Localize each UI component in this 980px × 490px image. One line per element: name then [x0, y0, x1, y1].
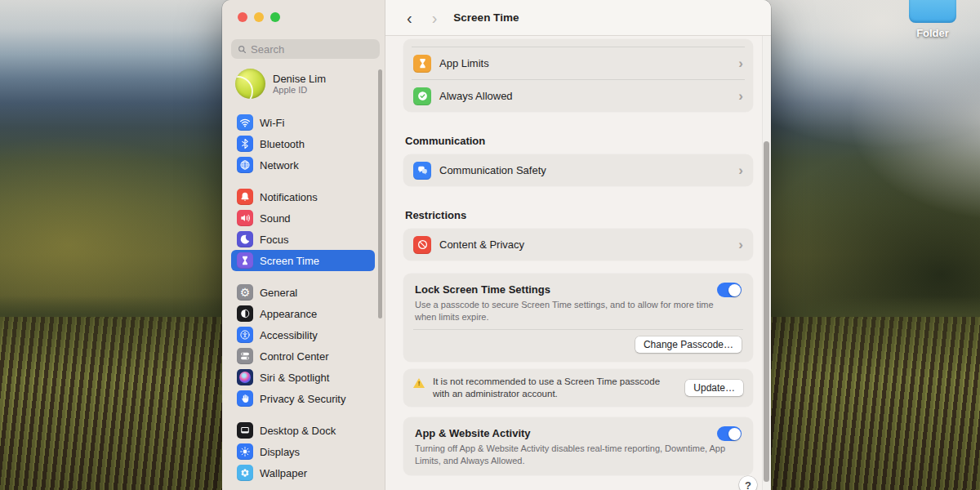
warning-text: It is not recommended to use a Screen Ti… — [433, 376, 677, 400]
sidebar-item-label: General — [260, 287, 297, 299]
sidebar-item-label: Bluetooth — [260, 138, 305, 150]
chevron-right-icon: › — [738, 56, 743, 70]
bell-icon — [237, 189, 253, 205]
sidebar-item-label: Desktop & Dock — [260, 425, 336, 437]
gear-icon: ⚙ — [237, 284, 253, 301]
desktop-folder-icon[interactable] — [909, 0, 956, 23]
app-website-activity-card: App & Website Activity Turning off App &… — [403, 417, 753, 475]
sidebar-item-label: Screen Time — [260, 255, 319, 267]
help-button[interactable]: ? — [739, 476, 757, 490]
section-header-restrictions: Restrictions — [405, 209, 751, 221]
sidebar-item-displays[interactable]: Displays — [231, 441, 375, 462]
search-input[interactable] — [251, 43, 374, 56]
sidebar-item-label: Notifications — [260, 191, 318, 203]
search-icon — [237, 44, 247, 55]
account-subtitle: Apple ID — [273, 85, 326, 96]
hourglass-icon — [237, 252, 253, 269]
card-divider — [413, 329, 743, 330]
minimize-button[interactable] — [254, 12, 264, 22]
lock-screen-time-description: Use a passcode to secure Screen Time set… — [415, 299, 729, 323]
section-header-communication: Communication — [405, 135, 751, 147]
app-website-activity-toggle[interactable] — [717, 426, 742, 441]
content-scroll-area: App Limits›Always Allowed› Communication… — [385, 0, 771, 490]
sidebar-item-network[interactable]: Network — [231, 154, 375, 176]
lock-screen-time-title: Lock Screen Time Settings — [415, 283, 550, 296]
globe-icon — [237, 157, 253, 173]
sidebar-item-label: Network — [260, 159, 299, 172]
change-passcode-button[interactable]: Change Passcode… — [635, 336, 742, 353]
settings-row-app-limits[interactable]: App Limits› — [403, 47, 753, 79]
lock-screen-time-toggle[interactable] — [717, 283, 742, 297]
moon-icon — [237, 231, 253, 247]
sidebar-group: Wi-FiBluetoothNetwork — [231, 112, 380, 176]
window-controls — [238, 12, 280, 22]
sidebar-item-general[interactable]: ⚙General — [231, 282, 375, 303]
passcode-warning-card: ! It is not recommended to use a Screen … — [403, 369, 753, 407]
search-field[interactable] — [231, 39, 380, 59]
control-center-icon — [237, 348, 253, 364]
screen-time-options-card: App Limits›Always Allowed› — [403, 39, 753, 112]
sidebar-item-wi-fi[interactable]: Wi-Fi — [231, 112, 375, 133]
settings-row-content-privacy[interactable]: Content & Privacy› — [403, 229, 753, 261]
hand-icon — [237, 390, 253, 407]
row-label: Communication Safety — [439, 164, 546, 176]
page-title: Screen Time — [453, 11, 519, 24]
sidebar-item-appearance[interactable]: Appearance — [231, 303, 375, 324]
chevron-right-icon: › — [738, 163, 743, 177]
avatar — [235, 69, 265, 99]
section-card-restrictions: Content & Privacy› — [403, 229, 753, 261]
warning-icon: ! — [413, 378, 425, 388]
settings-content: ‹ › Screen Time App Limits›Always Allowe… — [385, 0, 771, 490]
sidebar-item-label: Appearance — [260, 308, 317, 320]
sun-icon — [237, 443, 253, 460]
sidebar-item-label: Focus — [260, 234, 288, 246]
sidebar-scrollbar-thumb[interactable] — [378, 69, 382, 318]
sidebar-item-sound[interactable]: Sound — [231, 207, 375, 229]
settings-sidebar: Denise Lim Apple ID Wi-FiBluetoothNetwor… — [222, 0, 385, 490]
close-button[interactable] — [238, 12, 247, 22]
hourglass-icon — [413, 55, 431, 73]
settings-row-always-allowed[interactable]: Always Allowed› — [403, 80, 753, 112]
desktop-dock-icon — [237, 422, 253, 439]
app-website-activity-description: Turning off App & Website Activity disab… — [415, 443, 729, 466]
chevron-right-icon: › — [738, 89, 743, 103]
sidebar-group: ⚙GeneralAppearanceAccessibilityControl C… — [231, 282, 380, 409]
back-button[interactable]: ‹ — [402, 8, 417, 28]
desktop-folder-label: Folder — [897, 27, 969, 39]
sidebar-item-siri-spotlight[interactable]: Siri & Spotlight — [231, 367, 375, 388]
sidebar-item-screen-time[interactable]: Screen Time — [231, 250, 375, 271]
zoom-button[interactable] — [270, 12, 280, 22]
check-seal-icon — [413, 87, 431, 105]
flower-icon — [237, 465, 253, 481]
bluetooth-icon — [237, 136, 253, 152]
settings-row-communication-safety[interactable]: Communication Safety› — [403, 154, 753, 186]
sidebar-item-label: Displays — [260, 446, 300, 458]
sidebar-item-focus[interactable]: Focus — [231, 229, 375, 250]
sidebar-item-privacy-security[interactable]: Privacy & Security — [231, 388, 375, 409]
lock-screen-time-card: Lock Screen Time Settings Use a passcode… — [403, 274, 753, 362]
sidebar-nav: Wi-FiBluetoothNetworkNotificationsSoundF… — [231, 112, 380, 490]
chat-bubbles-icon — [413, 162, 431, 180]
sidebar-item-accessibility[interactable]: Accessibility — [231, 324, 375, 345]
app-website-activity-title: App & Website Activity — [415, 426, 531, 440]
update-button[interactable]: Update… — [685, 380, 743, 396]
forward-button[interactable]: › — [427, 8, 443, 28]
sidebar-item-wallpaper[interactable]: Wallpaper — [231, 462, 375, 483]
apple-id-item[interactable]: Denise Lim Apple ID — [235, 69, 326, 99]
content-scrollbar-track[interactable] — [762, 36, 771, 490]
row-label: Always Allowed — [439, 90, 513, 102]
content-scrollbar-thumb[interactable] — [764, 141, 769, 482]
sidebar-item-label: Sound — [260, 212, 291, 225]
sidebar-item-control-center[interactable]: Control Center — [231, 345, 375, 367]
speaker-icon — [237, 210, 253, 226]
sidebar-item-desktop-dock[interactable]: Desktop & Dock — [231, 420, 375, 441]
sidebar-item-label: Siri & Spotlight — [260, 372, 329, 384]
row-label: App Limits — [439, 57, 489, 69]
sidebar-item-label: Control Center — [260, 350, 329, 363]
row-label: Content & Privacy — [439, 238, 524, 251]
wifi-icon — [237, 114, 253, 131]
content-toolbar: ‹ › Screen Time — [385, 0, 771, 36]
sidebar-item-bluetooth[interactable]: Bluetooth — [231, 133, 375, 154]
sidebar-item-notifications[interactable]: Notifications — [231, 186, 375, 207]
sections-container: CommunicationCommunication Safety›Restri… — [403, 135, 753, 261]
